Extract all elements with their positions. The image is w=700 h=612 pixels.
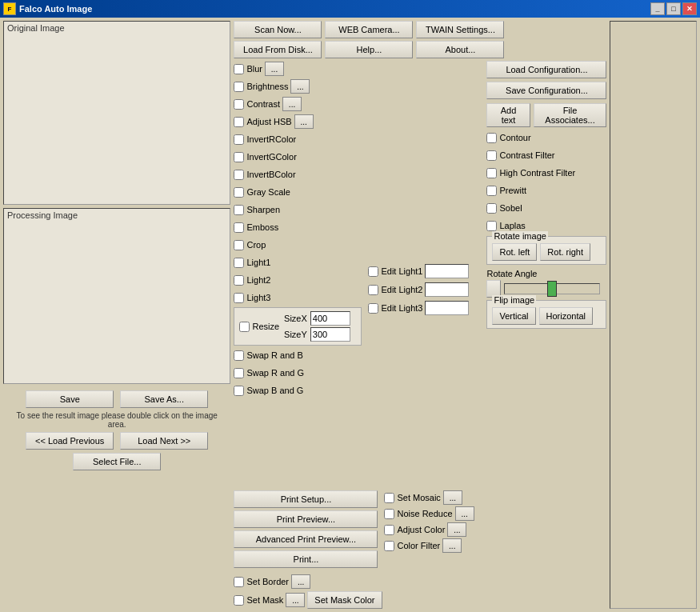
left-panel: Original Image Processing Image Save Sav… xyxy=(3,21,230,609)
noise-reduce-checkbox[interactable] xyxy=(384,509,394,519)
sharpen-checkbox[interactable] xyxy=(234,205,244,215)
adjust-color-checkbox[interactable] xyxy=(384,525,394,535)
print-button[interactable]: Print... xyxy=(234,550,378,568)
rotate-angle-slider[interactable] xyxy=(504,283,600,294)
light1-label: Light1 xyxy=(246,258,270,267)
light1-value-input[interactable] xyxy=(425,264,469,278)
print-section: Print Setup... Print Preview... Advanced… xyxy=(234,490,378,568)
brightness-dots-button[interactable]: ... xyxy=(290,79,310,94)
select-file-button[interactable]: Select File... xyxy=(73,453,161,470)
set-mask-dots-button[interactable]: ... xyxy=(286,593,305,607)
add-text-button[interactable]: Add text xyxy=(486,103,530,127)
print-setup-button[interactable]: Print Setup... xyxy=(234,490,378,508)
rot-right-button[interactable]: Rot. right xyxy=(540,243,590,261)
resize-checkbox[interactable] xyxy=(239,322,250,332)
contrast-label: Contrast xyxy=(246,99,280,109)
close-button[interactable]: ✕ xyxy=(682,2,697,15)
swap-rg-checkbox[interactable] xyxy=(234,368,244,378)
brightness-checkbox[interactable] xyxy=(234,82,244,92)
twain-settings-button[interactable]: TWAIN Settings... xyxy=(416,21,504,38)
set-border-dots-button[interactable]: ... xyxy=(291,574,310,589)
hint-text: To see the result image please double cl… xyxy=(6,411,227,429)
title-bar: F Falco Auto Image _ □ ✕ xyxy=(0,0,700,18)
left-bottom: Save Save As... To see the result image … xyxy=(3,387,230,474)
processing-image-box[interactable]: Processing Image xyxy=(3,208,230,384)
maximize-button[interactable]: □ xyxy=(666,2,681,15)
color-filter-dots-button[interactable]: ... xyxy=(442,538,462,553)
minimize-button[interactable]: _ xyxy=(650,2,665,15)
crop-check-row: Crop xyxy=(234,237,362,253)
set-mask-checkbox[interactable] xyxy=(234,595,244,606)
load-previous-button[interactable]: << Load Previous xyxy=(26,432,114,450)
rotate-angle-section: Rotate Angle xyxy=(486,269,606,298)
light1-checkbox[interactable] xyxy=(234,258,244,268)
contrast-check-row: Contrast ... xyxy=(234,96,362,112)
swap-bg-checkbox[interactable] xyxy=(234,386,244,396)
print-preview-button[interactable]: Print Preview... xyxy=(234,510,378,528)
invert-bcolor-checkbox[interactable] xyxy=(234,170,244,180)
contrast-filter-checkbox[interactable] xyxy=(486,150,497,161)
sizey-input[interactable] xyxy=(310,327,350,342)
horizontal-flip-button[interactable]: Horizontal xyxy=(539,307,594,325)
about-button[interactable]: About... xyxy=(416,41,504,58)
contrast-dots-button[interactable]: ... xyxy=(282,97,302,111)
set-border-label: Set Border xyxy=(246,577,289,586)
high-contrast-check-row: High Contrast Filter xyxy=(486,165,606,181)
load-from-disk-button[interactable]: Load From Disk... xyxy=(234,41,322,58)
invert-rcolor-check-row: InvertRColor xyxy=(234,131,362,147)
original-image-box[interactable]: Original Image xyxy=(3,21,230,205)
invert-rcolor-checkbox[interactable] xyxy=(234,134,244,145)
save-configuration-button[interactable]: Save Configuration... xyxy=(486,82,606,99)
help-button[interactable]: Help... xyxy=(325,41,413,58)
set-mask-color-button[interactable]: Set Mask Color xyxy=(307,591,382,609)
edit-light2-checkbox[interactable] xyxy=(368,285,378,295)
gray-scale-checkbox[interactable] xyxy=(234,187,244,198)
prewitt-checkbox[interactable] xyxy=(486,186,497,196)
adjust-hsb-dots-button[interactable]: ... xyxy=(294,114,314,129)
blur-dots-button[interactable]: ... xyxy=(265,62,284,76)
sobel-check-row: Sobel xyxy=(486,200,606,216)
light3-checkbox[interactable] xyxy=(234,293,244,303)
light3-value-input[interactable] xyxy=(425,301,469,315)
load-configuration-button[interactable]: Load Configuration... xyxy=(486,61,606,78)
light2-value-input[interactable] xyxy=(425,282,469,297)
edit-light1-checkbox[interactable] xyxy=(368,266,378,277)
invert-gcolor-checkbox[interactable] xyxy=(234,152,244,162)
rot-left-button[interactable]: Rot. left xyxy=(492,243,537,261)
edit-light3-label: Edit Light3 xyxy=(381,303,422,313)
flip-image-group: Flip image Vertical Horizontal xyxy=(486,300,606,329)
vertical-flip-button[interactable]: Vertical xyxy=(492,307,535,325)
set-mosaic-checkbox[interactable] xyxy=(384,493,394,503)
scan-now-button[interactable]: Scan Now... xyxy=(234,21,322,38)
light2-checkbox[interactable] xyxy=(234,275,244,286)
high-contrast-filter-checkbox[interactable] xyxy=(486,168,497,178)
resize-section: Resize SizeX SizeY xyxy=(234,307,362,346)
contrast-filter-check-row: Contrast Filter xyxy=(486,147,606,163)
set-mosaic-label: Set Mosaic xyxy=(397,493,440,502)
sizex-input[interactable] xyxy=(310,311,350,326)
set-border-checkbox[interactable] xyxy=(234,577,244,587)
set-mosaic-dots-button[interactable]: ... xyxy=(443,490,462,505)
save-as-button[interactable]: Save As... xyxy=(120,390,208,408)
laplas-checkbox[interactable] xyxy=(486,221,497,231)
adjust-hsb-checkbox[interactable] xyxy=(234,117,244,127)
blur-checkbox[interactable] xyxy=(234,64,244,74)
prewitt-label: Prewitt xyxy=(499,186,526,195)
sobel-checkbox[interactable] xyxy=(486,203,497,214)
contrast-checkbox[interactable] xyxy=(234,99,244,110)
edit-light3-checkbox[interactable] xyxy=(368,303,378,314)
advanced-print-preview-button[interactable]: Advanced Print Preview... xyxy=(234,530,378,548)
invert-gcolor-check-row: InvertGColor xyxy=(234,149,362,165)
file-associates-button[interactable]: File Associates... xyxy=(534,103,607,127)
swap-rb-checkbox[interactable] xyxy=(234,350,244,361)
right-panel: Scan Now... WEB Camera... TWAIN Settings… xyxy=(234,21,606,609)
web-camera-button[interactable]: WEB Camera... xyxy=(325,21,413,38)
noise-reduce-dots-button[interactable]: ... xyxy=(455,506,474,521)
crop-checkbox[interactable] xyxy=(234,240,244,250)
load-next-button[interactable]: Load Next >> xyxy=(120,432,208,450)
save-button[interactable]: Save xyxy=(26,390,114,408)
emboss-checkbox[interactable] xyxy=(234,222,244,233)
color-filter-checkbox[interactable] xyxy=(384,541,394,551)
contour-checkbox[interactable] xyxy=(486,133,497,143)
adjust-color-dots-button[interactable]: ... xyxy=(447,522,466,537)
